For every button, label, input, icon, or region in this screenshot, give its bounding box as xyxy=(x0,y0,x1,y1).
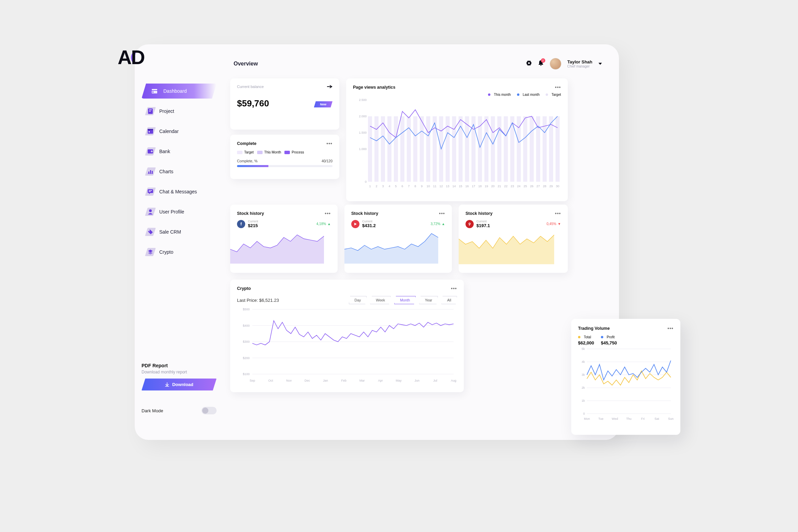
progress-bar xyxy=(237,165,332,167)
download-icon xyxy=(165,382,169,387)
svg-text:26: 26 xyxy=(530,184,533,188)
svg-text:Mar: Mar xyxy=(359,379,365,382)
svg-text:Fri: Fri xyxy=(641,417,645,420)
svg-text:10: 10 xyxy=(427,184,430,188)
chevron-down-icon[interactable] xyxy=(598,63,602,65)
svg-point-22 xyxy=(528,62,530,64)
chat-icon xyxy=(146,188,154,196)
svg-rect-18 xyxy=(149,190,152,191)
stock-value: $197.1 xyxy=(476,223,490,228)
sidebar-item-crypto[interactable]: Crypto xyxy=(142,245,217,260)
sidebar-item-label: Crypto xyxy=(159,249,173,255)
caret-up-icon: ▲ xyxy=(442,222,445,226)
pdf-subtitle: Download monthly report xyxy=(142,370,217,374)
svg-text:2.500: 2.500 xyxy=(359,98,367,102)
more-button[interactable]: ••• xyxy=(326,141,332,146)
svg-text:2: 2 xyxy=(375,184,377,188)
crypto-chart: $100$200$300$400$500SepOctNovDecJanFebMa… xyxy=(237,304,457,386)
legend-last-month: Last month xyxy=(523,93,540,97)
svg-text:1: 1 xyxy=(369,184,371,188)
progress-label: Complete, % xyxy=(237,159,257,163)
svg-rect-47 xyxy=(523,116,527,182)
caret-up-icon: ▲ xyxy=(327,222,331,226)
legend-total: Total xyxy=(584,335,591,339)
range-week[interactable]: Week xyxy=(370,296,391,304)
svg-text:Dec: Dec xyxy=(305,379,310,382)
svg-text:28: 28 xyxy=(543,184,546,188)
avatar[interactable] xyxy=(550,58,561,70)
range-all[interactable]: All xyxy=(441,296,457,304)
sidebar-item-label: Sale CRM xyxy=(159,229,181,235)
arrow-right-icon[interactable] xyxy=(327,85,332,88)
svg-text:25: 25 xyxy=(523,184,527,188)
trading-volume-card: Trading Volume ••• Total $62,000 Profit … xyxy=(571,319,680,435)
sidebar-item-calendar[interactable]: Calendar xyxy=(142,124,217,139)
dark-mode-toggle[interactable] xyxy=(202,407,217,414)
more-button[interactable]: ••• xyxy=(439,211,445,216)
stock-value: $431.2 xyxy=(362,223,376,228)
svg-text:9: 9 xyxy=(421,184,423,188)
facebook-icon: f xyxy=(237,220,245,228)
download-button[interactable]: Download xyxy=(142,379,217,390)
more-button[interactable]: ••• xyxy=(555,211,561,216)
svg-rect-8 xyxy=(148,129,153,130)
sidebar-item-dashboard[interactable]: Dashboard xyxy=(142,84,217,99)
sidebar-item-sale-crm[interactable]: Sale CRM xyxy=(142,224,217,239)
stock-value: $215 xyxy=(248,223,258,228)
sidebar-item-project[interactable]: Project xyxy=(142,104,217,119)
svg-rect-23 xyxy=(368,116,372,182)
more-button[interactable]: ••• xyxy=(325,211,331,216)
trading-total: $62,000 xyxy=(578,340,594,345)
sidebar-item-chat[interactable]: Chat & Messages xyxy=(142,184,217,199)
settings-button[interactable] xyxy=(526,60,532,68)
svg-text:13: 13 xyxy=(446,184,449,188)
range-month[interactable]: Month xyxy=(394,296,416,304)
range-year[interactable]: Year xyxy=(419,296,438,304)
pdf-title: PDF Report xyxy=(142,363,217,368)
stock-card-pinterest: Stock history ••• Current $197.1 0,45% ▼ xyxy=(459,205,568,273)
new-chip[interactable]: New xyxy=(314,101,332,107)
svg-text:$200: $200 xyxy=(243,356,250,360)
trading-profit: $45,750 xyxy=(601,340,617,345)
stock-chart xyxy=(344,231,438,264)
svg-text:3: 3 xyxy=(382,184,384,188)
svg-text:Nov: Nov xyxy=(286,379,292,382)
svg-rect-28 xyxy=(400,116,404,182)
svg-text:2.000: 2.000 xyxy=(359,115,367,118)
sidebar-item-charts[interactable]: Charts xyxy=(142,164,217,179)
svg-line-90 xyxy=(469,224,470,226)
svg-rect-5 xyxy=(149,109,152,110)
sidebar-item-user[interactable]: User Profile xyxy=(142,204,217,219)
notifications-button[interactable]: 2 xyxy=(538,60,544,68)
more-button[interactable]: ••• xyxy=(667,326,674,331)
tag-icon xyxy=(146,228,154,236)
svg-rect-25 xyxy=(381,116,385,182)
card-title: Stock history xyxy=(237,211,264,216)
caret-down-icon: ▼ xyxy=(558,222,561,226)
svg-rect-44 xyxy=(504,116,508,182)
stock-chart xyxy=(230,231,324,264)
svg-rect-43 xyxy=(497,116,501,182)
stock-chart xyxy=(459,231,554,264)
svg-rect-17 xyxy=(148,189,153,193)
calendar-icon xyxy=(146,127,154,135)
header: Overview 2 Taylor Shah Chief manager xyxy=(234,58,602,70)
svg-text:Thu: Thu xyxy=(626,417,632,420)
stock-pct: 3,72% ▲ xyxy=(431,222,445,226)
more-button[interactable]: ••• xyxy=(451,286,457,291)
svg-text:27: 27 xyxy=(536,184,540,188)
svg-text:1.000: 1.000 xyxy=(359,147,367,151)
svg-text:$100: $100 xyxy=(243,372,250,376)
more-button[interactable]: ••• xyxy=(555,85,561,90)
sidebar-item-label: Project xyxy=(159,108,174,114)
svg-text:Jan: Jan xyxy=(323,379,328,382)
dark-mode-label: Dark Mode xyxy=(142,408,163,413)
range-day[interactable]: Day xyxy=(349,296,367,304)
sidebar-item-bank[interactable]: $ Bank xyxy=(142,144,217,159)
last-price-value: $6,521.23 xyxy=(259,298,279,303)
legend-profit: Profit xyxy=(607,335,615,339)
sidebar: Dashboard Project Calendar $ Bank xyxy=(135,84,223,425)
svg-text:May: May xyxy=(396,379,402,382)
svg-text:4k: 4k xyxy=(581,360,585,364)
complete-title: Complete xyxy=(237,141,256,146)
